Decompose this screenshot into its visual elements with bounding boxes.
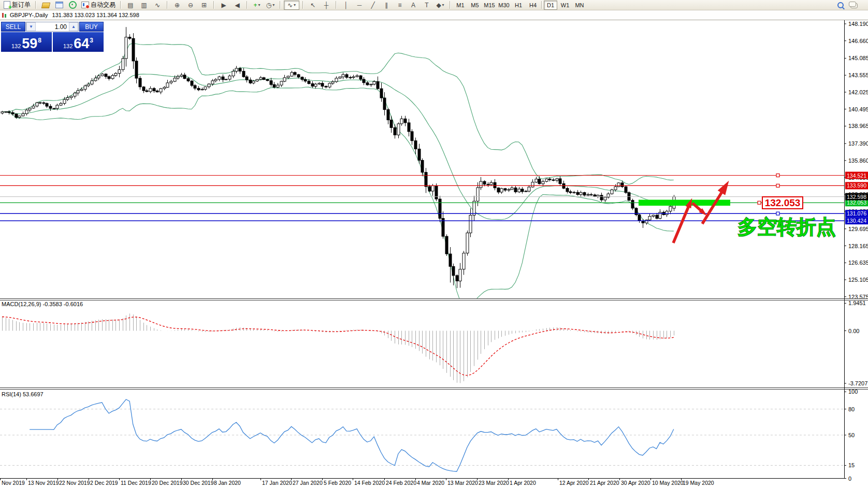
toolbar-group: │─╱∥≡AT◆▾ [338,0,449,10]
volume-decrease-button[interactable]: ▼ [26,22,36,31]
trendline-tool-button[interactable]: ╱ [367,0,379,10]
toolbar-separator [167,1,168,9]
chart-type-icon: ∿ [287,2,293,8]
bar-chart-icon: ▤ [127,2,133,8]
turning-point-annotation[interactable]: 多空转折点 [737,216,836,238]
cursor-icon: ↖ [310,2,315,8]
bar-chart-button[interactable]: ▤ [124,0,137,10]
search-button[interactable] [834,0,847,10]
market-watch-button[interactable] [39,0,52,10]
sell-price-prefix: 132 [11,43,21,49]
buy-price-display[interactable]: 132 64 3 [53,32,104,52]
volume-value[interactable]: 1.00 [36,22,69,31]
svg-text:146.660: 146.660 [848,38,868,44]
mt4-window: { "toolbar": { "new_order_label": "新订单",… [0,0,868,489]
timeframe-m30[interactable]: M30 [497,1,511,10]
svg-text:13 Nov 2019: 13 Nov 2019 [28,480,59,486]
arrowhead-icon [718,181,729,195]
indicators-icon: + [253,2,257,8]
indicators-button[interactable]: +▾ [251,0,263,10]
toolbar-separator [541,1,542,9]
cursor-button[interactable]: ↖ [307,0,319,10]
vline-tool-button[interactable]: │ [340,0,352,10]
auto-scroll-icon: ▶ [221,2,226,8]
chart-shift-button[interactable]: ◀ [231,0,243,10]
shapes-tool-button[interactable]: ◆▾ [434,0,446,10]
data-window-button[interactable] [53,0,65,10]
chevron-down-icon[interactable]: ▾ [294,3,296,7]
sell-price-big: 59 [22,37,37,50]
chart-canvas[interactable]: 148.190146.660145.085143.555142.025140.4… [0,0,868,489]
navigator-icon [69,1,77,9]
trend-arrow-3[interactable] [702,189,724,224]
chevron-down-icon[interactable]: ▾ [272,3,274,7]
timeframe-h1[interactable]: H1 [512,1,525,10]
toolbar-group: ▤▥∿ [122,0,166,10]
toolbar-group: ∿▾ [282,0,301,10]
svg-text:14 Feb 2020: 14 Feb 2020 [354,480,385,486]
svg-text:131.076: 131.076 [847,210,866,217]
svg-text:135.860: 135.860 [848,157,868,164]
svg-text:24 Feb 2020: 24 Feb 2020 [386,480,416,486]
text-tool-button[interactable]: A [407,0,419,10]
candlestick-button[interactable]: ▥ [138,0,150,10]
channel-tool-button[interactable]: ∥ [380,0,393,10]
timeframe-m5[interactable]: M5 [468,1,482,10]
buy-button[interactable]: BUY [79,22,104,32]
price-axis: 148.190146.660145.085143.555142.025140.4… [844,21,868,300]
crosshair-button[interactable]: ┼ [320,0,332,10]
macd-pane [2,313,674,383]
period-button[interactable]: ◷▾ [264,0,277,10]
volume-stepper[interactable]: ▼ 1.00 ▲ [26,22,79,32]
chevron-down-icon[interactable]: ▾ [442,3,444,7]
toolbar-group: 新订单 [0,0,34,10]
toolbar-separator [35,1,36,9]
sell-button[interactable]: SELL [1,22,25,32]
text-icon: A [411,2,415,8]
tile-windows-icon: ⊞ [201,2,207,8]
toolbar-separator [247,1,248,9]
chevron-down-icon[interactable]: ▾ [258,3,261,7]
svg-text:132.598: 132.598 [847,194,866,200]
toolbar-separator [213,1,214,9]
zoom-out-button[interactable]: ⊖ [184,0,197,10]
zoom-in-button[interactable]: ⊕ [171,0,183,10]
auto-scroll-button[interactable]: ▶ [218,0,230,10]
svg-text:100: 100 [848,389,858,395]
volume-increase-button[interactable]: ▲ [69,22,78,31]
svg-text:-3.7207: -3.7207 [848,380,867,386]
timeframe-m15[interactable]: M15 [483,1,496,10]
svg-text:30 Dec 2019: 30 Dec 2019 [183,480,214,486]
hline-tool-button[interactable]: ─ [353,0,366,10]
macd-axis: 1.94510.00-3.7207 [844,300,867,386]
market-watch-icon [41,3,50,8]
toolbar-separator [280,1,281,9]
toolbar-separator [450,1,451,9]
community-button[interactable] [848,0,860,10]
sell-price-display[interactable]: 132 59 8 [1,32,52,52]
timeframe-w1[interactable]: W1 [558,1,572,10]
label-tool-button[interactable]: T [421,0,433,10]
buy-price-prefix: 132 [63,43,73,49]
candlestick-icon: ▥ [141,2,147,8]
svg-text:30 Apr 2020: 30 Apr 2020 [621,480,650,486]
svg-text:10 May 2020: 10 May 2020 [652,480,684,486]
price-callout-text: 132.053 [765,197,801,208]
timeframe-group: M1M5M15M30H1H4D1W1MN [452,0,588,10]
navigator-button[interactable] [66,0,79,10]
chart-type-button[interactable]: ∿▾ [284,1,299,10]
svg-text:129.695: 129.695 [848,226,868,232]
new-order-button[interactable]: 新订单 [2,0,32,10]
svg-text:8 Jan 2020: 8 Jan 2020 [214,480,241,486]
fibonacci-icon: ≡ [398,2,401,8]
trend-arrow-1[interactable] [673,205,689,243]
autotrade-button[interactable]: 自动交易 [80,0,117,10]
svg-text:138.965: 138.965 [848,123,868,129]
timeframe-d1[interactable]: D1 [544,1,557,10]
timeframe-mn[interactable]: MN [573,1,586,10]
tile-windows-button[interactable]: ⊞ [198,0,210,10]
timeframe-m1[interactable]: M1 [454,1,467,10]
timeframe-h4[interactable]: H4 [526,1,540,10]
line-chart-button[interactable]: ∿ [151,0,164,10]
fibonacci-tool-button[interactable]: ≡ [394,0,406,10]
